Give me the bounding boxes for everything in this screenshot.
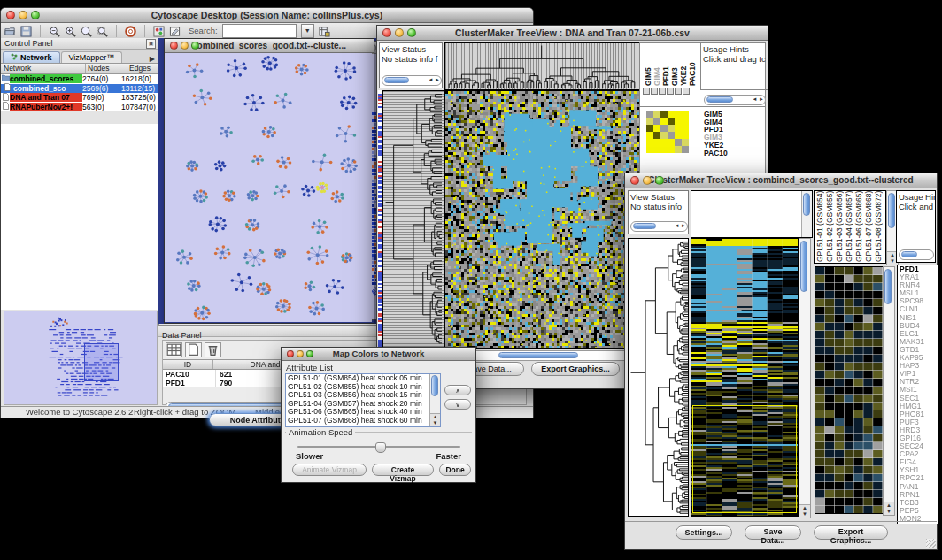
tv2-export-graphics-button[interactable]: Export Graphics... xyxy=(814,525,888,540)
col-header-edges[interactable]: Edges xyxy=(127,64,158,73)
zoom-fit-icon[interactable] xyxy=(81,25,92,36)
view-status-scrollbar[interactable]: ◄ ► xyxy=(630,221,688,232)
delete-attribute-icon[interactable] xyxy=(205,342,221,357)
zoom-button[interactable] xyxy=(306,350,313,357)
create-vizmap-button[interactable]: Create Vizmap xyxy=(372,464,434,476)
minimize-button[interactable] xyxy=(19,11,27,19)
treeview-toolbar-icons[interactable] xyxy=(643,88,690,95)
network-nodes: 2569(6) xyxy=(82,84,121,93)
usage-hints-scrollbar[interactable] xyxy=(899,249,934,260)
mini-tool-icon[interactable] xyxy=(675,88,682,95)
tv2-save-data-button[interactable]: Save Data... xyxy=(745,525,801,540)
attribute-list-scrollbar[interactable]: ▲▼ xyxy=(429,374,440,426)
mini-tool-icon[interactable] xyxy=(659,88,666,95)
network-list-row[interactable]: combined_scores2764(0)16218(0) xyxy=(1,74,158,84)
row-icon-cell xyxy=(1,102,10,111)
network-view-window[interactable]: combined_scores_good.txt--cluste... xyxy=(164,38,374,324)
matrix-cell xyxy=(682,146,689,153)
network-list-row[interactable]: combined_sco2569(6)13112(15) xyxy=(1,84,158,94)
col-header-network[interactable]: Network xyxy=(1,64,86,73)
zoom-selected-icon[interactable] xyxy=(97,25,108,36)
view-status-scrollbar[interactable]: ◄ ► xyxy=(382,75,442,86)
tv2-zoom-heatmap[interactable] xyxy=(815,266,884,514)
dp-col-id[interactable]: ID xyxy=(163,360,213,369)
network-overview-thumbnail[interactable] xyxy=(4,311,158,405)
animate-vizmap-button[interactable]: Animate Vizmap xyxy=(292,464,367,476)
animation-speed-slider[interactable] xyxy=(297,442,460,451)
mini-tool-icon[interactable] xyxy=(683,88,690,95)
tv2-zoom-scrollbar[interactable]: ▲▼ xyxy=(883,266,895,516)
minimize-button[interactable] xyxy=(395,28,404,37)
minimize-button[interactable] xyxy=(181,42,189,50)
matrix-cell xyxy=(682,132,689,139)
zoom-out-icon[interactable] xyxy=(49,25,60,36)
done-button[interactable]: Done xyxy=(439,464,471,476)
zoom-button[interactable] xyxy=(191,42,199,50)
tv2-column-label: GPL51-01 (GSM854) xyxy=(815,191,824,262)
slider-thumb[interactable] xyxy=(375,442,386,453)
main-title-bar[interactable]: Cytoscape Desktop (Session Name: collins… xyxy=(1,8,533,23)
network-graph-canvas[interactable] xyxy=(165,53,372,322)
zoom-button[interactable] xyxy=(407,28,416,37)
tv1-column-dendrogram[interactable] xyxy=(444,42,640,90)
move-up-button[interactable]: ∧ xyxy=(444,385,471,395)
close-button[interactable] xyxy=(630,176,639,185)
network-edges: 107847(0) xyxy=(121,103,158,111)
slider-faster-label: Faster xyxy=(436,451,461,461)
mini-tool-icon[interactable] xyxy=(667,88,674,95)
tv2-heatmap-scrollbar[interactable]: ▲▼ xyxy=(799,238,811,518)
close-button[interactable] xyxy=(382,28,391,37)
dialog-title-bar[interactable]: Map Colors to Network xyxy=(282,348,475,361)
treeview1-title-bar[interactable]: ClusterMaker TreeView : DNA and Tran 07-… xyxy=(377,26,768,41)
filter-icon[interactable] xyxy=(319,25,330,36)
vizmapper-icon[interactable] xyxy=(153,25,165,36)
tv2-row-dendrogram[interactable] xyxy=(628,238,689,517)
tv2-column-label: GPL51-04 (GSM857) xyxy=(845,191,853,262)
save-icon[interactable] xyxy=(20,25,32,36)
resize-grip[interactable] xyxy=(926,539,936,548)
zoom-button[interactable] xyxy=(31,11,40,19)
annotation-icon[interactable] xyxy=(169,25,181,36)
close-button[interactable] xyxy=(170,42,178,50)
search-input[interactable] xyxy=(222,24,297,38)
attribute-list-item[interactable]: GPL51-07 (GSM868) heat shock 60 min xyxy=(288,417,440,426)
tv1-export-graphics-button[interactable]: Export Graphics... xyxy=(531,362,620,376)
view-status-text: No status info f xyxy=(380,54,442,64)
minimize-button[interactable] xyxy=(297,350,304,357)
new-attribute-icon[interactable] xyxy=(185,342,202,357)
tv2-view-status: View Status No status info ◄ ► xyxy=(628,190,689,234)
minimize-button[interactable] xyxy=(643,176,652,185)
tab-network[interactable]: Network xyxy=(3,51,60,63)
float-panel-icon[interactable]: ▣ xyxy=(146,39,156,49)
close-button[interactable] xyxy=(287,350,294,357)
tv2-column-dendrogram[interactable] xyxy=(691,190,813,238)
attribute-listbox[interactable]: GPL51-01 (GSM854) heat shock 05 minGPL51… xyxy=(285,373,441,427)
tv2-coldendro-scrollbar[interactable] xyxy=(801,191,812,237)
tv1-row-dendrogram[interactable] xyxy=(382,90,444,349)
tv1-zoom-matrix[interactable] xyxy=(646,111,689,153)
zoom-button[interactable] xyxy=(655,176,664,185)
move-down-button[interactable]: ∨ xyxy=(444,399,471,410)
tv1-heatmap[interactable] xyxy=(444,90,640,349)
mini-tool-icon[interactable] xyxy=(651,88,658,95)
network-name: DNA and Tran 07 xyxy=(10,93,82,102)
zoom-in-icon[interactable] xyxy=(65,25,76,36)
col-header-nodes[interactable]: Nodes xyxy=(86,64,127,73)
tab-overflow-arrow[interactable]: ▶ xyxy=(150,55,155,63)
tv1-zoom-scrollbar[interactable]: ◄ ► xyxy=(704,95,766,105)
treeview2-title-bar[interactable]: ClusterMaker TreeView : combined_scores_… xyxy=(625,173,937,188)
search-dropdown-button[interactable]: ▼ xyxy=(301,24,314,38)
help-lifering-icon[interactable] xyxy=(125,25,136,36)
network-list-row[interactable]: DNA and Tran 07769(0)183728(0) xyxy=(1,93,158,103)
tab-vizmapper[interactable]: VizMapper™ xyxy=(61,51,123,63)
tv1-column-label: PAC10 xyxy=(688,47,696,86)
network-list-row[interactable]: RNAPuberNov2+!563(0)107847(0) xyxy=(1,103,158,112)
select-attributes-icon[interactable] xyxy=(166,342,182,357)
treeview1-title: ClusterMaker TreeView : DNA and Tran 07-… xyxy=(455,27,690,38)
tv1-column-label: GIM4 xyxy=(652,47,660,86)
tv2-settings-button[interactable]: Settings... xyxy=(676,525,732,540)
close-button[interactable] xyxy=(6,11,15,19)
mini-tool-icon[interactable] xyxy=(643,88,650,95)
tv2-heatmap[interactable] xyxy=(691,238,799,517)
open-icon[interactable] xyxy=(4,25,16,36)
